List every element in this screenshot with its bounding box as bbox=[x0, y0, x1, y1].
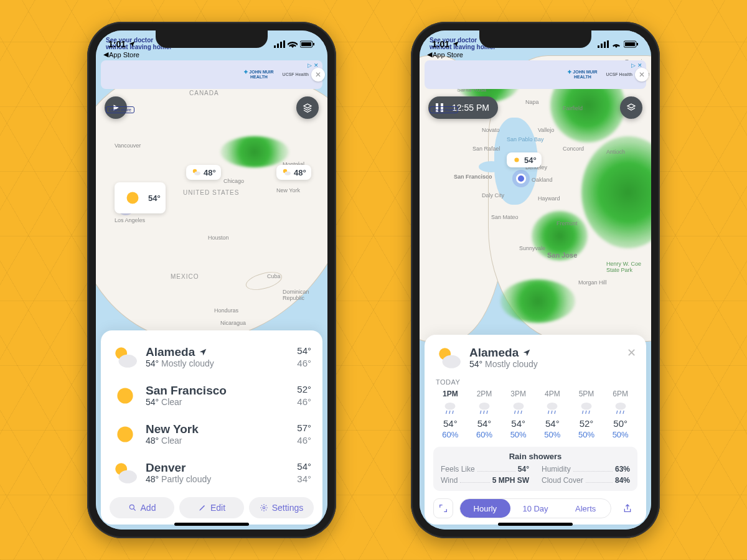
map-label: CANADA bbox=[189, 90, 219, 96]
svg-line-49 bbox=[582, 411, 583, 414]
seg-hourly[interactable]: Hourly bbox=[460, 499, 510, 518]
map-pin[interactable]: 48° bbox=[186, 165, 221, 180]
map-label: Oakland bbox=[532, 177, 553, 183]
location-arrow-icon bbox=[199, 348, 207, 357]
map-label: Antioch bbox=[606, 149, 625, 155]
chevron-left-icon: ◀ bbox=[427, 50, 432, 58]
svg-rect-0 bbox=[274, 45, 276, 48]
svg-rect-6 bbox=[313, 43, 314, 45]
ad-close-button[interactable]: ✕ bbox=[311, 68, 325, 82]
svg-point-52 bbox=[615, 403, 626, 410]
sunny-icon bbox=[120, 185, 146, 211]
map-label: Sunnyvale bbox=[519, 245, 545, 251]
pin-temp: 54° bbox=[148, 194, 161, 203]
ad-close-button[interactable]: ✕ bbox=[635, 68, 649, 82]
share-button[interactable] bbox=[618, 498, 637, 518]
map-pin[interactable]: 48° bbox=[276, 165, 311, 180]
city-temp: 48° bbox=[146, 436, 159, 446]
notch bbox=[156, 30, 268, 48]
seg-alerts[interactable]: Alerts bbox=[560, 499, 611, 518]
ad-cta[interactable]: Learn more bbox=[430, 106, 458, 113]
close-button[interactable]: ✕ bbox=[627, 346, 636, 360]
ad-logo-johnmuir: ✚ JOHN MUIRHEALTH bbox=[244, 70, 273, 79]
svg-rect-1 bbox=[277, 44, 279, 48]
cellular-icon bbox=[274, 40, 285, 48]
map-pin[interactable]: 54° bbox=[507, 152, 542, 167]
layers-button[interactable] bbox=[296, 96, 319, 119]
map-label: UNITED STATES bbox=[183, 189, 239, 196]
svg-line-46 bbox=[552, 411, 552, 414]
add-button[interactable]: Add bbox=[110, 497, 174, 518]
sunny-icon bbox=[112, 383, 138, 409]
phone-right: 1:01 ◀ App Store Sant bbox=[411, 22, 660, 538]
sunny-icon bbox=[512, 155, 522, 165]
current-location-dot[interactable] bbox=[516, 174, 526, 184]
phone-left: 1:01 ◀ App Store CANADA UNITED STATES ME… bbox=[87, 22, 336, 538]
seg-10day[interactable]: 10 Day bbox=[510, 499, 561, 518]
svg-line-54 bbox=[619, 411, 620, 414]
map-pin[interactable]: 54° bbox=[115, 182, 166, 213]
edit-button[interactable]: Edit bbox=[179, 497, 244, 518]
svg-point-19 bbox=[263, 506, 265, 509]
wifi-icon bbox=[611, 40, 621, 48]
rain-icon bbox=[433, 399, 467, 417]
status-time: 1:01 bbox=[432, 39, 449, 49]
ad-cta[interactable]: Learn more bbox=[106, 106, 134, 113]
svg-line-39 bbox=[487, 411, 487, 414]
city-temp: 54° bbox=[146, 358, 159, 368]
city-temp: 54° bbox=[146, 397, 159, 407]
city-row[interactable]: New York 48° Clear 57°46° bbox=[110, 415, 314, 454]
hour-temp: 54° bbox=[467, 418, 502, 429]
map-label: Hayward bbox=[538, 195, 560, 202]
map-label: Napa bbox=[525, 99, 539, 105]
cellular-icon bbox=[598, 40, 609, 48]
hour-temp: 54° bbox=[535, 418, 570, 429]
hour-time: 4PM bbox=[535, 390, 570, 398]
location-arrow-icon bbox=[452, 40, 459, 48]
ad-banner[interactable]: See your doctorwithout leaving home. Lea… bbox=[425, 60, 646, 89]
ad-banner[interactable]: See your doctorwithout leaving home. Lea… bbox=[101, 60, 322, 89]
map-label: Honduras bbox=[214, 307, 238, 314]
map-label: San Mateo bbox=[491, 214, 519, 220]
map-label: Vancouver bbox=[115, 142, 141, 149]
map-label: Vallejo bbox=[538, 127, 554, 133]
chevron-left-icon: ◀ bbox=[103, 50, 108, 58]
map-label: Daly City bbox=[482, 192, 504, 198]
status-icons bbox=[274, 40, 315, 48]
svg-point-9 bbox=[194, 171, 200, 175]
rain-icon bbox=[603, 399, 637, 417]
settings-button[interactable]: Settings bbox=[249, 497, 314, 518]
svg-point-48 bbox=[581, 403, 592, 410]
city-hi: 54° bbox=[297, 345, 311, 357]
svg-point-32 bbox=[445, 403, 456, 410]
hour-precip: 50% bbox=[501, 430, 535, 439]
city-hi: 52° bbox=[297, 383, 311, 396]
map-label: Nicaragua bbox=[220, 320, 246, 326]
back-label: App Store bbox=[433, 51, 463, 58]
city-row[interactable]: Denver 48° Partly cloudy 54°34° bbox=[110, 454, 314, 492]
back-to-appstore[interactable]: ◀ App Store bbox=[427, 50, 463, 58]
hourly-forecast[interactable]: 1PM 2PM 3PM 4PM 5PM 6PM 54° 54° 54° 54° … bbox=[433, 390, 637, 439]
hour-precip: 60% bbox=[467, 430, 502, 439]
city-row[interactable]: San Francisco 54° Clear 52°46° bbox=[110, 376, 314, 415]
city-list[interactable]: Alameda 54° Mostly cloudy 54°46° San Fra… bbox=[110, 338, 314, 492]
city-cond: Clear bbox=[161, 436, 182, 446]
status-icons bbox=[598, 40, 639, 48]
ad-logo-ucsf: UCSF Health bbox=[606, 72, 632, 77]
sunny-icon bbox=[112, 421, 138, 447]
expand-button[interactable] bbox=[433, 498, 453, 518]
svg-line-41 bbox=[514, 411, 515, 414]
map-label: San Francisco bbox=[454, 174, 492, 180]
map-label: New York bbox=[276, 187, 300, 194]
city-row[interactable]: Alameda 54° Mostly cloudy 54°46° bbox=[110, 338, 314, 376]
search-icon bbox=[128, 503, 137, 512]
back-to-appstore[interactable]: ◀ App Store bbox=[103, 50, 139, 58]
svg-rect-23 bbox=[607, 40, 609, 48]
pencil-icon bbox=[198, 503, 207, 512]
layers-button[interactable] bbox=[620, 96, 642, 119]
svg-rect-3 bbox=[283, 40, 285, 48]
expand-icon bbox=[438, 503, 448, 513]
rain-icon bbox=[535, 399, 570, 417]
partly-cloudy-icon bbox=[281, 167, 291, 177]
detail-cond: Mostly cloudy bbox=[485, 359, 538, 369]
